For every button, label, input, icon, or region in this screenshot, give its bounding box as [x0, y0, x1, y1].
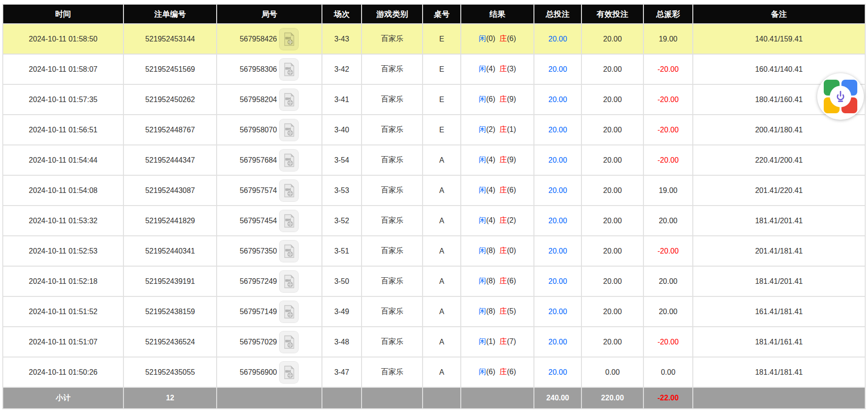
cell-valid-bet: 20.00 [581, 236, 643, 266]
table-row: 2024-10-11 01:51:07 521952436524 5679570… [3, 327, 865, 357]
round-number: 567957029 [239, 338, 277, 346]
cell-valid-bet: 20.00 [581, 84, 643, 115]
cell-time: 2024-10-11 01:54:44 [3, 145, 123, 175]
cell-time: 2024-10-11 01:53:32 [3, 206, 123, 236]
cell-game-type: 百家乐 [362, 296, 423, 327]
video-replay-button[interactable] [279, 210, 299, 232]
video-replay-button[interactable] [279, 28, 299, 50]
result-banker-label: 庄 [499, 216, 507, 224]
cell-total-bet: 20.00 [534, 296, 581, 327]
result-banker-label: 庄 [499, 368, 507, 376]
table-row: 2024-10-11 01:51:52 521952438159 5679571… [3, 296, 865, 327]
video-file-icon [283, 32, 295, 46]
cell-valid-bet: 20.00 [581, 24, 643, 54]
result-banker-label: 庄 [499, 156, 507, 164]
cell-total-bet: 20.00 [534, 24, 581, 54]
round-number: 567957574 [239, 186, 277, 195]
video-file-icon [283, 153, 295, 167]
result-banker-score: (6) [507, 277, 516, 285]
cell-bet-id: 521952443087 [123, 175, 217, 206]
result-player-label: 闲 [478, 34, 486, 42]
cell-note: 220.41/200.41 [693, 145, 865, 175]
tap-pointer-icon [830, 86, 851, 107]
result-player-score: (6) [486, 95, 495, 103]
video-replay-button[interactable] [279, 301, 299, 323]
table-row: 2024-10-11 01:52:53 521952440341 5679573… [3, 236, 865, 266]
video-replay-button[interactable] [279, 179, 299, 202]
video-replay-button[interactable] [279, 361, 299, 384]
result-banker-score: (1) [507, 125, 516, 133]
result-player-score: (0) [486, 34, 495, 42]
cell-payout: 20.00 [643, 206, 693, 236]
cell-total-bet: 20.00 [534, 115, 581, 145]
round-number: 567957149 [239, 308, 277, 316]
result-player-score: (8) [486, 307, 495, 315]
cell-time: 2024-10-11 01:52:53 [3, 236, 123, 266]
round-number: 567958426 [239, 35, 277, 43]
cell-round: 567957454 [217, 206, 322, 236]
cell-session: 3-51 [322, 236, 362, 266]
video-replay-button[interactable] [279, 89, 299, 111]
table-header: 时间 注单编号 局号 场次 游戏类别 桌号 结果 总投注 有效投注 总派彩 备注 [3, 4, 865, 24]
column-header-round-id: 局号 [217, 4, 322, 24]
video-file-icon [283, 365, 295, 379]
cell-valid-bet: 20.00 [581, 115, 643, 145]
video-replay-button[interactable] [279, 119, 299, 141]
round-number: 567958306 [239, 65, 277, 74]
cell-game-type: 百家乐 [362, 327, 423, 357]
subtotal-empty-game [362, 387, 423, 409]
cell-round: 567958426 [217, 24, 322, 54]
cell-result: 闲(4)庄(6) [461, 175, 534, 206]
column-header-payout: 总派彩 [643, 4, 693, 24]
cell-payout: 20.00 [643, 266, 693, 296]
cell-valid-bet: 0.00 [581, 357, 643, 387]
table-row: 2024-10-11 01:54:44 521952444347 5679576… [3, 145, 865, 175]
table-row: 2024-10-11 01:56:51 521952448767 5679580… [3, 115, 865, 145]
table-row: 2024-10-11 01:58:50 521952453144 5679584… [3, 24, 865, 54]
cell-game-type: 百家乐 [362, 24, 423, 54]
video-replay-button[interactable] [279, 240, 299, 262]
subtotal-valid-bet: 220.00 [581, 387, 643, 409]
cell-result: 闲(6)庄(9) [461, 84, 534, 115]
result-banker-score: (2) [507, 216, 516, 224]
cell-result: 闲(4)庄(3) [461, 54, 534, 84]
round-number: 567958204 [239, 96, 277, 104]
column-header-note: 备注 [693, 4, 865, 24]
cell-time: 2024-10-11 01:54:08 [3, 175, 123, 206]
cell-bet-id: 521952453144 [123, 24, 217, 54]
video-replay-button[interactable] [279, 270, 299, 293]
result-player-label: 闲 [478, 368, 486, 376]
cell-bet-id: 521952441829 [123, 206, 217, 236]
bet-history-table: 时间 注单编号 局号 场次 游戏类别 桌号 结果 总投注 有效投注 总派彩 备注… [2, 4, 866, 409]
cell-result: 闲(8)庄(0) [461, 236, 534, 266]
result-banker-label: 庄 [499, 65, 507, 73]
cell-round: 567957574 [217, 175, 322, 206]
result-banker-score: (0) [507, 247, 516, 254]
cell-result: 闲(6)庄(6) [461, 357, 534, 387]
cell-total-bet: 20.00 [534, 357, 581, 387]
result-player-label: 闲 [478, 65, 486, 73]
cell-result: 闲(8)庄(6) [461, 266, 534, 296]
cell-result: 闲(4)庄(9) [461, 145, 534, 175]
cell-time: 2024-10-11 01:50:26 [3, 357, 123, 387]
video-replay-button[interactable] [279, 149, 299, 172]
result-banker-label: 庄 [499, 247, 507, 254]
cell-payout: -20.00 [643, 115, 693, 145]
video-replay-button[interactable] [279, 331, 299, 353]
cell-game-type: 百家乐 [362, 54, 423, 84]
result-player-score: (4) [486, 156, 495, 164]
cell-game-type: 百家乐 [362, 357, 423, 387]
cell-valid-bet: 20.00 [581, 175, 643, 206]
cell-round: 567957350 [217, 236, 322, 266]
cell-payout: -20.00 [643, 145, 693, 175]
column-header-total-bet: 总投注 [534, 4, 581, 24]
cell-bet-id: 521952436524 [123, 327, 217, 357]
column-header-table-no: 桌号 [423, 4, 460, 24]
result-player-score: (4) [486, 216, 495, 224]
result-banker-score: (6) [507, 186, 516, 194]
subtotal-label: 小计 [3, 387, 123, 409]
cell-game-type: 百家乐 [362, 115, 423, 145]
extension-floating-button[interactable] [817, 73, 864, 120]
cell-payout: 19.00 [643, 24, 693, 54]
video-replay-button[interactable] [279, 58, 299, 81]
